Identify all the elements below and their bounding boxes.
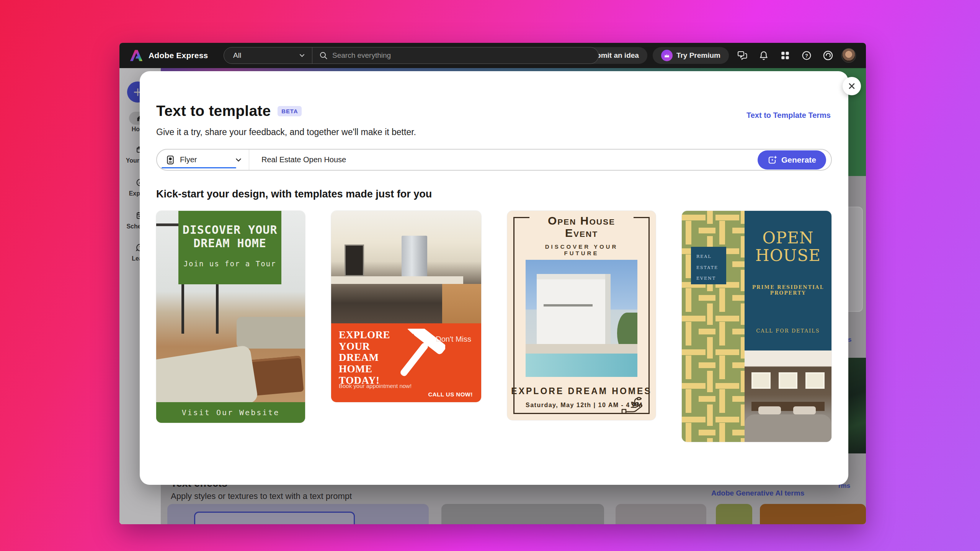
flyer-title: Open House Event: [529, 215, 634, 239]
templates-section-heading: Kick-start your design, with templates m…: [156, 188, 832, 200]
feedback-chat-icon: [737, 51, 748, 60]
try-premium-button[interactable]: Try Premium: [653, 47, 729, 64]
flyer-orange-panel: EXPLORE YOUR DREAM HOME TODAY! Don't Mis…: [331, 323, 481, 402]
flyer-right-panel: OPEN HOUSE PRIME RESIDENTIAL PROPERTY CA…: [745, 211, 831, 442]
chevron-down-icon: [235, 156, 242, 163]
beta-badge: BETA: [278, 106, 302, 116]
prompt-bar: Flyer Generate: [156, 149, 832, 171]
bell-icon: [759, 51, 769, 60]
template-results-row: DISCOVER YOUR DREAM HOME Join us for a T…: [156, 211, 832, 442]
browser-window: Adobe Express All Submit an idea: [119, 43, 866, 524]
global-search-bar[interactable]: All: [224, 47, 599, 64]
apps-button[interactable]: [777, 47, 793, 64]
deck-shape: [526, 344, 637, 353]
template-card-blue-olive-flyer[interactable]: REAL ESTATE EVENT OPEN HOUSE PRIME RESID…: [682, 211, 831, 442]
app-name: Adobe Express: [149, 51, 208, 60]
dropdown-focus-underline: [162, 167, 236, 168]
template-card-cream-event-flyer[interactable]: Open House Event DISCOVER YOUR FUTURE EX…: [507, 211, 656, 420]
template-type-value: Flyer: [180, 155, 235, 164]
flyer-note: Book your appointment now!: [339, 383, 412, 389]
try-premium-label: Try Premium: [676, 51, 720, 60]
creative-cloud-button[interactable]: [820, 47, 836, 64]
flyer-subline: Join us for a Tour: [178, 259, 281, 268]
svg-text:?: ?: [805, 53, 808, 59]
template-card-green-tour-flyer[interactable]: DISCOVER YOUR DREAM HOME Join us for a T…: [156, 211, 305, 423]
user-avatar[interactable]: [841, 48, 856, 63]
notifications-button[interactable]: [756, 47, 772, 64]
help-icon: ?: [802, 51, 812, 60]
house-shape: [537, 274, 611, 347]
generate-label: Generate: [781, 155, 816, 165]
search-filter-value: All: [233, 51, 299, 60]
flyer-tag: Don't Miss: [436, 335, 471, 344]
flyer-icon: [165, 155, 175, 165]
navbar-actions: Submit an idea Try Premium: [579, 47, 856, 64]
kitchen-photo: [331, 211, 481, 323]
hand-plant-icon: [621, 395, 645, 415]
window-shape: [779, 372, 798, 389]
pillow-shape: [793, 406, 816, 415]
premium-crown-badge: [661, 50, 673, 61]
flyer-cta: CALL FOR DETAILS: [745, 328, 831, 334]
flyer-subtitle: PRIME RESIDENTIAL PROPERTY: [745, 284, 831, 296]
flyer-headline-panel: DISCOVER YOUR DREAM HOME Join us for a T…: [178, 211, 281, 284]
flyer-badge: REAL ESTATE EVENT: [691, 247, 726, 284]
template-type-dropdown[interactable]: Flyer: [157, 150, 249, 170]
flyer-cta: CALL US NOW!: [428, 391, 473, 398]
text-to-template-terms-link[interactable]: Text to Template Terms: [746, 111, 831, 120]
flyer-footer: Visit Our Website: [156, 402, 305, 423]
pool-shape: [526, 354, 637, 377]
counter-shape: [331, 276, 463, 284]
adobe-express-logo-icon: [129, 49, 143, 62]
search-filter-dropdown[interactable]: All: [224, 47, 312, 64]
weave-pattern-panel: REAL ESTATE EVENT: [682, 211, 745, 442]
template-card-orange-appointment-flyer[interactable]: EXPLORE YOUR DREAM HOME TODAY! Don't Mis…: [331, 211, 481, 402]
modal-title: Text to template: [156, 103, 271, 119]
flyer-subtitle: DISCOVER YOUR FUTURE: [529, 243, 634, 256]
close-icon: [848, 82, 856, 90]
chevron-down-icon: [299, 52, 305, 59]
generate-button[interactable]: Generate: [758, 150, 826, 170]
adobe-express-home-link[interactable]: Adobe Express: [129, 49, 208, 62]
modern-house-photo: [526, 260, 637, 377]
feedback-button[interactable]: [734, 47, 750, 64]
search-input[interactable]: [332, 51, 598, 60]
flyer-title: OPEN HOUSE: [745, 211, 831, 264]
creative-cloud-icon: [823, 50, 833, 61]
crown-icon: [664, 53, 670, 58]
top-navbar: Adobe Express All Submit an idea: [119, 43, 866, 68]
flyer-blue-panel: OPEN HOUSE PRIME RESIDENTIAL PROPERTY CA…: [745, 211, 831, 350]
modal-subtitle: Give it a try, share your feedback, and …: [156, 127, 832, 137]
modal-header: Text to template BETA: [156, 103, 832, 119]
pillow-shape: [758, 406, 781, 415]
modal-close-button[interactable]: [843, 77, 861, 95]
balcony-shape: [544, 304, 593, 306]
flyer-headline: DISCOVER YOUR DREAM HOME: [178, 223, 281, 250]
oven-shape: [345, 245, 364, 276]
generate-sparkle-icon: [768, 155, 777, 165]
bedroom-photo: [745, 350, 831, 442]
text-to-template-modal: Text to template BETA Text to Template T…: [140, 71, 848, 485]
prompt-input[interactable]: [249, 155, 758, 164]
bed-shape: [745, 414, 831, 442]
search-divider: [312, 47, 312, 64]
window-shape: [751, 372, 771, 389]
sofa-shape: [237, 317, 305, 349]
window-shape: [805, 372, 825, 389]
help-button[interactable]: ?: [799, 47, 815, 64]
search-icon: [319, 51, 328, 60]
flyer-title-block: Open House Event DISCOVER YOUR FUTURE: [529, 213, 634, 256]
apps-grid-icon: [780, 51, 790, 60]
floor-shape: [442, 284, 481, 323]
flyer-headline: EXPLORE YOUR DREAM HOME TODAY!: [339, 329, 400, 386]
basketweave-pattern: [682, 211, 745, 442]
